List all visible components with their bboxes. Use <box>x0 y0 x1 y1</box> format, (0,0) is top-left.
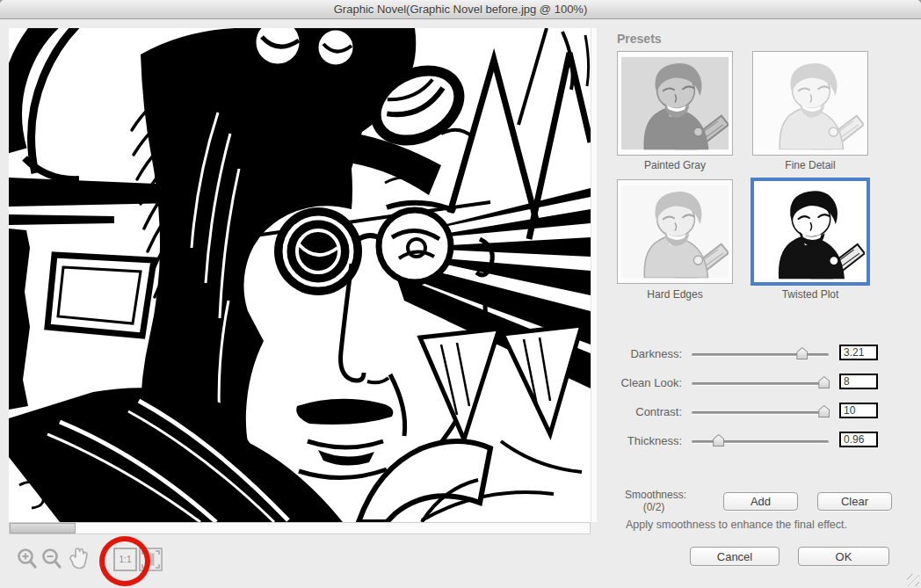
clean-look-label: Clean Look: <box>606 376 682 389</box>
clear-smoothness-button[interactable]: Clear <box>817 492 892 511</box>
clean-look-slider[interactable] <box>692 382 829 385</box>
thickness-slider[interactable] <box>692 440 829 443</box>
add-smoothness-button[interactable]: Add <box>723 492 798 511</box>
darkness-slider[interactable] <box>692 353 829 356</box>
preset-hard-edges-label: Hard Edges <box>617 288 733 301</box>
vertical-scrollbar[interactable] <box>591 28 597 522</box>
smoothness-label: Smoothness: <box>625 489 683 501</box>
preset-fine-detail-label: Fine Detail <box>752 159 868 171</box>
contrast-value-field[interactable] <box>839 403 878 418</box>
presets-heading: Presets <box>617 32 662 46</box>
hand-tool-button[interactable] <box>67 546 88 570</box>
preset-painted-gray-label: Painted Gray <box>617 159 733 171</box>
contrast-slider-thumb[interactable] <box>818 405 830 417</box>
preset-hard-edges[interactable] <box>617 179 733 284</box>
preset-fine-detail-thumbnail <box>757 55 864 151</box>
ok-button[interactable]: OK <box>798 547 889 566</box>
contrast-label: Contrast: <box>606 405 682 418</box>
zoom-out-icon <box>41 548 62 571</box>
darkness-slider-thumb[interactable] <box>796 347 808 359</box>
preset-twisted-plot-label: Twisted Plot <box>752 288 868 301</box>
smoothness-label-block: Smoothness: (0/2) <box>625 489 683 513</box>
horizontal-scrollbar[interactable] <box>9 522 591 534</box>
darkness-value-field[interactable] <box>839 345 878 360</box>
resize-grip[interactable] <box>907 574 919 586</box>
fit-view-button[interactable] <box>139 548 163 571</box>
preview-image[interactable] <box>9 28 591 522</box>
darkness-label: Darkness: <box>606 347 682 360</box>
cancel-button[interactable]: Cancel <box>690 547 780 566</box>
title-bar[interactable]: Graphic Novel(Graphic Novel before.jpg @… <box>0 0 921 19</box>
zoom-in-icon <box>17 548 38 571</box>
thickness-value-field[interactable] <box>839 432 878 447</box>
preset-painted-gray-thumbnail <box>621 55 729 151</box>
smoothness-hint: Apply smoothness to enhance the final ef… <box>626 519 847 531</box>
thickness-slider-thumb[interactable] <box>713 434 724 446</box>
zoom-in-button[interactable] <box>17 548 38 571</box>
preset-painted-gray[interactable] <box>617 51 733 156</box>
actual-size-label: 1:1 <box>120 555 132 564</box>
preset-fine-detail[interactable] <box>752 51 868 156</box>
window-title: Graphic Novel(Graphic Novel before.jpg @… <box>334 3 588 16</box>
graphic-novel-dialog: Graphic Novel(Graphic Novel before.jpg @… <box>0 0 921 588</box>
contrast-slider[interactable] <box>692 411 829 414</box>
clean-look-value-field[interactable] <box>839 374 878 389</box>
preset-twisted-plot-thumbnail <box>756 183 865 280</box>
preset-hard-edges-thumbnail <box>621 184 729 279</box>
thickness-label: Thickness: <box>606 434 682 447</box>
preset-twisted-plot[interactable] <box>751 178 870 286</box>
horizontal-scrollbar-thumb[interactable] <box>10 523 76 534</box>
actual-size-button[interactable]: 1:1 <box>113 548 137 571</box>
hand-icon <box>67 546 90 571</box>
smoothness-counter: (0/2) <box>625 501 683 513</box>
zoom-out-button[interactable] <box>41 548 62 571</box>
preview-artwork <box>9 28 591 522</box>
clean-look-slider-thumb[interactable] <box>818 376 830 388</box>
fit-view-icon <box>141 550 160 569</box>
